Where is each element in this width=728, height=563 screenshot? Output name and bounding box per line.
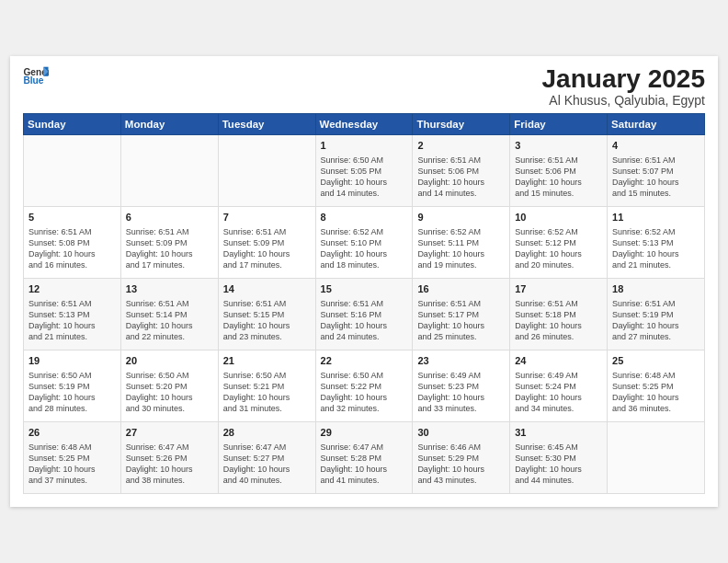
day-number: 5 (28, 211, 116, 224)
calendar-cell: 22Sunrise: 6:50 AM Sunset: 5:22 PM Dayli… (315, 350, 413, 422)
calendar-cell: 10Sunrise: 6:52 AM Sunset: 5:12 PM Dayli… (510, 207, 608, 279)
day-number: 24 (515, 354, 602, 368)
calendar-cell: 4Sunrise: 6:51 AM Sunset: 5:07 PM Daylig… (608, 135, 705, 207)
day-info: Sunrise: 6:52 AM Sunset: 5:11 PM Dayligh… (417, 226, 505, 271)
day-number: 19 (28, 354, 116, 368)
day-number: 30 (417, 426, 505, 440)
day-info: Sunrise: 6:51 AM Sunset: 5:18 PM Dayligh… (515, 298, 602, 343)
calendar-week-row: 5Sunrise: 6:51 AM Sunset: 5:08 PM Daylig… (24, 207, 705, 279)
day-number: 1 (321, 139, 408, 153)
calendar-cell: 30Sunrise: 6:46 AM Sunset: 5:29 PM Dayli… (413, 422, 510, 494)
calendar-cell: 17Sunrise: 6:51 AM Sunset: 5:18 PM Dayli… (510, 279, 608, 350)
day-info: Sunrise: 6:49 AM Sunset: 5:24 PM Dayligh… (515, 370, 602, 415)
calendar-cell: 2Sunrise: 6:51 AM Sunset: 5:06 PM Daylig… (413, 135, 510, 207)
calendar-cell: 16Sunrise: 6:51 AM Sunset: 5:17 PM Dayli… (413, 279, 510, 350)
day-number: 4 (612, 139, 700, 153)
calendar-cell: 7Sunrise: 6:51 AM Sunset: 5:09 PM Daylig… (218, 207, 315, 279)
calendar-cell: 25Sunrise: 6:48 AM Sunset: 5:25 PM Dayli… (608, 350, 705, 422)
calendar-cell (218, 135, 315, 207)
weekday-header-tuesday: Tuesday (218, 114, 315, 135)
calendar-cell: 31Sunrise: 6:45 AM Sunset: 5:30 PM Dayli… (510, 422, 608, 494)
calendar-cell: 9Sunrise: 6:52 AM Sunset: 5:11 PM Daylig… (413, 207, 510, 279)
day-info: Sunrise: 6:47 AM Sunset: 5:26 PM Dayligh… (126, 442, 213, 487)
day-number: 18 (612, 282, 700, 296)
calendar-cell: 28Sunrise: 6:47 AM Sunset: 5:27 PM Dayli… (218, 422, 315, 494)
calendar-cell: 3Sunrise: 6:51 AM Sunset: 5:06 PM Daylig… (510, 135, 608, 207)
day-info: Sunrise: 6:45 AM Sunset: 5:30 PM Dayligh… (515, 442, 602, 487)
day-info: Sunrise: 6:51 AM Sunset: 5:06 PM Dayligh… (417, 155, 505, 200)
svg-text:Blue: Blue (23, 75, 43, 86)
day-info: Sunrise: 6:51 AM Sunset: 5:19 PM Dayligh… (612, 298, 700, 343)
day-number: 14 (223, 282, 311, 296)
day-info: Sunrise: 6:52 AM Sunset: 5:10 PM Dayligh… (321, 226, 408, 271)
day-number: 28 (223, 426, 311, 440)
calendar-cell: 13Sunrise: 6:51 AM Sunset: 5:14 PM Dayli… (120, 279, 218, 350)
calendar-container: General Blue January 2025 Al Khusus, Qal… (10, 56, 718, 508)
month-title: January 2025 (542, 65, 705, 94)
day-info: Sunrise: 6:51 AM Sunset: 5:13 PM Dayligh… (28, 298, 116, 343)
calendar-cell: 1Sunrise: 6:50 AM Sunset: 5:05 PM Daylig… (315, 135, 413, 207)
day-info: Sunrise: 6:50 AM Sunset: 5:20 PM Dayligh… (126, 370, 213, 415)
calendar-cell: 19Sunrise: 6:50 AM Sunset: 5:19 PM Dayli… (24, 350, 121, 422)
calendar-table: SundayMondayTuesdayWednesdayThursdayFrid… (23, 113, 705, 494)
weekday-header-thursday: Thursday (413, 114, 510, 135)
day-info: Sunrise: 6:48 AM Sunset: 5:25 PM Dayligh… (28, 442, 116, 487)
day-number: 27 (126, 426, 213, 440)
calendar-cell: 20Sunrise: 6:50 AM Sunset: 5:20 PM Dayli… (120, 350, 218, 422)
calendar-cell (120, 135, 218, 207)
calendar-cell (24, 135, 121, 207)
day-info: Sunrise: 6:47 AM Sunset: 5:27 PM Dayligh… (223, 442, 311, 487)
weekday-header-sunday: Sunday (24, 114, 121, 135)
calendar-cell: 14Sunrise: 6:51 AM Sunset: 5:15 PM Dayli… (218, 279, 315, 350)
calendar-cell: 6Sunrise: 6:51 AM Sunset: 5:09 PM Daylig… (120, 207, 218, 279)
location-title: Al Khusus, Qalyubia, Egypt (542, 93, 705, 108)
calendar-cell: 8Sunrise: 6:52 AM Sunset: 5:10 PM Daylig… (315, 207, 413, 279)
day-info: Sunrise: 6:51 AM Sunset: 5:14 PM Dayligh… (126, 298, 213, 343)
weekday-header-row: SundayMondayTuesdayWednesdayThursdayFrid… (24, 114, 705, 135)
calendar-cell: 21Sunrise: 6:50 AM Sunset: 5:21 PM Dayli… (218, 350, 315, 422)
day-number: 17 (515, 282, 602, 296)
day-number: 8 (321, 211, 408, 224)
weekday-header-saturday: Saturday (608, 114, 705, 135)
calendar-week-row: 1Sunrise: 6:50 AM Sunset: 5:05 PM Daylig… (24, 135, 705, 207)
day-info: Sunrise: 6:50 AM Sunset: 5:21 PM Dayligh… (223, 370, 311, 415)
day-info: Sunrise: 6:51 AM Sunset: 5:15 PM Dayligh… (223, 298, 311, 343)
calendar-cell: 11Sunrise: 6:52 AM Sunset: 5:13 PM Dayli… (608, 207, 705, 279)
calendar-week-row: 19Sunrise: 6:50 AM Sunset: 5:19 PM Dayli… (24, 350, 705, 422)
logo-icon: General Blue (23, 65, 49, 86)
day-info: Sunrise: 6:51 AM Sunset: 5:09 PM Dayligh… (223, 226, 311, 271)
weekday-header-friday: Friday (510, 114, 608, 135)
day-info: Sunrise: 6:48 AM Sunset: 5:25 PM Dayligh… (612, 370, 700, 415)
day-info: Sunrise: 6:49 AM Sunset: 5:23 PM Dayligh… (417, 370, 505, 415)
day-number: 16 (417, 282, 505, 296)
calendar-cell: 12Sunrise: 6:51 AM Sunset: 5:13 PM Dayli… (24, 279, 121, 350)
day-info: Sunrise: 6:52 AM Sunset: 5:13 PM Dayligh… (612, 226, 700, 271)
calendar-cell: 18Sunrise: 6:51 AM Sunset: 5:19 PM Dayli… (608, 279, 705, 350)
day-number: 2 (417, 139, 505, 153)
day-info: Sunrise: 6:47 AM Sunset: 5:28 PM Dayligh… (321, 442, 408, 487)
calendar-week-row: 26Sunrise: 6:48 AM Sunset: 5:25 PM Dayli… (24, 422, 705, 494)
calendar-cell: 24Sunrise: 6:49 AM Sunset: 5:24 PM Dayli… (510, 350, 608, 422)
logo: General Blue (23, 65, 49, 86)
day-number: 6 (126, 211, 213, 224)
day-number: 23 (417, 354, 505, 368)
day-info: Sunrise: 6:51 AM Sunset: 5:07 PM Dayligh… (612, 155, 700, 200)
header-area: General Blue January 2025 Al Khusus, Qal… (23, 65, 705, 109)
day-info: Sunrise: 6:51 AM Sunset: 5:06 PM Dayligh… (515, 155, 602, 200)
day-number: 9 (417, 211, 505, 224)
calendar-cell: 15Sunrise: 6:51 AM Sunset: 5:16 PM Dayli… (315, 279, 413, 350)
calendar-cell: 5Sunrise: 6:51 AM Sunset: 5:08 PM Daylig… (24, 207, 121, 279)
day-number: 29 (321, 426, 408, 440)
weekday-header-wednesday: Wednesday (315, 114, 413, 135)
day-info: Sunrise: 6:50 AM Sunset: 5:05 PM Dayligh… (321, 155, 408, 200)
calendar-cell: 27Sunrise: 6:47 AM Sunset: 5:26 PM Dayli… (120, 422, 218, 494)
title-area: January 2025 Al Khusus, Qalyubia, Egypt (542, 65, 705, 109)
day-number: 21 (223, 354, 311, 368)
day-number: 13 (126, 282, 213, 296)
calendar-cell: 26Sunrise: 6:48 AM Sunset: 5:25 PM Dayli… (24, 422, 121, 494)
day-number: 7 (223, 211, 311, 224)
day-info: Sunrise: 6:50 AM Sunset: 5:22 PM Dayligh… (321, 370, 408, 415)
day-info: Sunrise: 6:51 AM Sunset: 5:17 PM Dayligh… (417, 298, 505, 343)
day-number: 12 (28, 282, 116, 296)
calendar-week-row: 12Sunrise: 6:51 AM Sunset: 5:13 PM Dayli… (24, 279, 705, 350)
